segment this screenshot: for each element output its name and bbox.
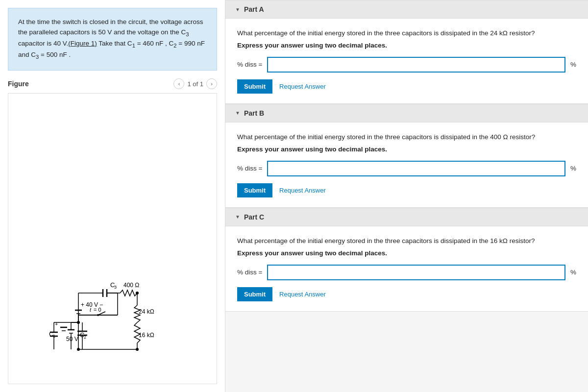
part-a-answer-label: % diss =	[237, 61, 262, 68]
part-b-answer-label: % diss =	[237, 165, 262, 172]
part-a-answer-input[interactable]	[267, 57, 565, 73]
part-b-answer-row: % diss = %	[237, 161, 576, 176]
part-c-submit-button[interactable]: Submit	[237, 287, 272, 301]
part-b-title: Part B	[244, 109, 264, 117]
figure-header: Figure ‹ 1 of 1 ›	[8, 78, 217, 89]
part-a-section: ▼ Part A What percentage of the initial …	[225, 0, 588, 104]
part-a-collapse-icon: ▼	[235, 7, 240, 12]
part-b-question: What percentage of the initial energy st…	[237, 132, 576, 143]
problem-statement: At the time the switch is closed in the …	[8, 8, 217, 71]
part-c-question: What percentage of the initial energy st…	[237, 236, 576, 246]
part-c-answer-row: % diss = %	[237, 265, 576, 280]
svg-text:3: 3	[114, 285, 117, 290]
part-a-submit-button[interactable]: Submit	[237, 79, 272, 94]
part-a-title: Part A	[244, 5, 264, 13]
part-c-section: ▼ Part C What percentage of the initial …	[225, 208, 588, 312]
part-b-action-row: Submit Request Answer	[237, 183, 576, 197]
part-b-collapse-icon: ▼	[235, 110, 240, 116]
figure-canvas: C 3 400 Ω + 40 V −	[8, 93, 217, 384]
part-c-request-answer-link[interactable]: Request Answer	[279, 291, 326, 298]
svg-text:+: +	[55, 321, 58, 327]
figure-nav: ‹ 1 of 1 ›	[173, 78, 217, 89]
figure-area: Figure ‹ 1 of 1 › C 3	[0, 71, 225, 392]
part-b-content: What percentage of the initial energy st…	[225, 122, 588, 208]
part-b-header[interactable]: ▼ Part B	[225, 104, 588, 122]
part-c-collapse-icon: ▼	[235, 214, 240, 220]
svg-point-25	[136, 348, 139, 351]
next-figure-button[interactable]: ›	[206, 78, 217, 89]
figure-label: Figure	[8, 80, 29, 88]
part-c-instruction: Express your answer using two decimal pl…	[237, 249, 576, 257]
svg-text:50 V: 50 V	[66, 336, 78, 343]
svg-point-24	[77, 348, 80, 351]
figure-nav-text: 1 of 1	[187, 80, 203, 88]
part-b-section: ▼ Part B What percentage of the initial …	[225, 104, 588, 208]
part-a-header[interactable]: ▼ Part A	[225, 0, 588, 19]
part-c-answer-unit: %	[570, 269, 576, 276]
part-a-answer-row: % diss = %	[237, 57, 576, 73]
part-b-answer-input[interactable]	[267, 161, 565, 176]
part-b-submit-button[interactable]: Submit	[237, 183, 272, 197]
part-a-question: What percentage of the initial energy st…	[237, 28, 576, 39]
part-c-action-row: Submit Request Answer	[237, 287, 576, 301]
part-a-answer-unit: %	[570, 61, 576, 68]
part-c-header[interactable]: ▼ Part C	[225, 208, 588, 226]
part-c-title: Part C	[244, 213, 264, 221]
svg-text:= 0: = 0	[94, 307, 101, 313]
part-c-answer-label: % diss =	[237, 269, 262, 276]
part-c-answer-input[interactable]	[267, 265, 565, 280]
right-panel: ▼ Part A What percentage of the initial …	[225, 0, 588, 392]
part-b-answer-unit: %	[570, 165, 576, 172]
part-b-instruction: Express your answer using two decimal pl…	[237, 146, 576, 153]
svg-text:400 Ω: 400 Ω	[123, 282, 139, 289]
circuit-diagram: C 3 400 Ω + 40 V −	[39, 278, 186, 374]
svg-text:16 kΩ: 16 kΩ	[139, 332, 154, 339]
part-b-request-answer-link[interactable]: Request Answer	[279, 187, 326, 194]
part-a-instruction: Express your answer using two decimal pl…	[237, 42, 576, 49]
prev-icon: ‹	[178, 81, 180, 87]
left-panel: At the time the switch is closed in the …	[0, 0, 225, 392]
part-a-content: What percentage of the initial energy st…	[225, 19, 588, 104]
part-c-content: What percentage of the initial energy st…	[225, 226, 588, 312]
part-a-request-answer-link[interactable]: Request Answer	[279, 83, 326, 90]
svg-text:24 kΩ: 24 kΩ	[139, 308, 154, 315]
prev-figure-button[interactable]: ‹	[173, 78, 184, 89]
part-a-action-row: Submit Request Answer	[237, 79, 576, 94]
next-icon: ›	[211, 81, 213, 87]
